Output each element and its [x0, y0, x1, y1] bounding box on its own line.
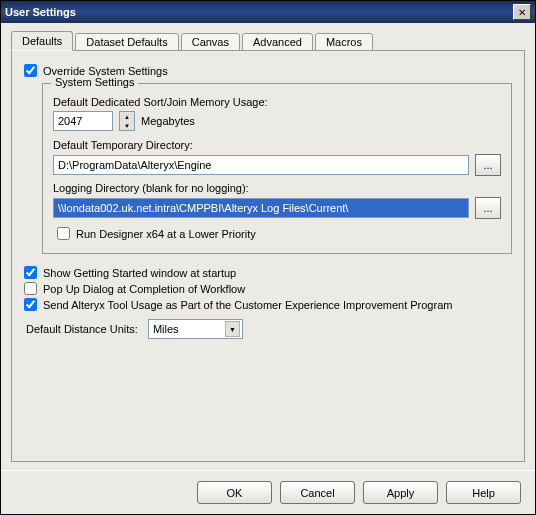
tab-defaults[interactable]: Defaults — [11, 31, 73, 51]
cancel-button[interactable]: Cancel — [280, 481, 355, 504]
temp-dir-input[interactable] — [53, 155, 469, 175]
spinner-down-icon[interactable]: ▼ — [120, 121, 134, 130]
memory-usage-row: ▲ ▼ Megabytes — [53, 111, 501, 131]
window: User Settings ✕ Defaults Dataset Default… — [0, 0, 536, 515]
tab-macros[interactable]: Macros — [315, 33, 373, 51]
tab-advanced[interactable]: Advanced — [242, 33, 313, 51]
system-settings-legend: System Settings — [51, 76, 138, 88]
distance-units-label: Default Distance Units: — [26, 323, 138, 335]
popup-completion-checkbox[interactable] — [24, 282, 37, 295]
distance-units-row: Default Distance Units: Miles ▼ — [26, 319, 512, 339]
send-usage-checkbox[interactable] — [24, 298, 37, 311]
window-title: User Settings — [5, 6, 513, 18]
show-getting-started-checkbox[interactable] — [24, 266, 37, 279]
popup-completion-label: Pop Up Dialog at Completion of Workflow — [43, 283, 245, 295]
memory-usage-spinner[interactable]: ▲ ▼ — [119, 111, 135, 131]
distance-units-value: Miles — [153, 323, 225, 335]
send-usage-label: Send Alteryx Tool Usage as Part of the C… — [43, 299, 452, 311]
dialog-buttons: OK Cancel Apply Help — [1, 470, 535, 514]
memory-usage-input[interactable] — [53, 111, 113, 131]
lower-priority-checkbox[interactable] — [57, 227, 70, 240]
lower-priority-row[interactable]: Run Designer x64 at a Lower Priority — [57, 227, 501, 240]
show-getting-started-label: Show Getting Started window at startup — [43, 267, 236, 279]
logging-dir-input[interactable] — [53, 198, 469, 218]
spinner-up-icon[interactable]: ▲ — [120, 112, 134, 121]
tab-canvas[interactable]: Canvas — [181, 33, 240, 51]
ok-button[interactable]: OK — [197, 481, 272, 504]
tab-dataset-defaults[interactable]: Dataset Defaults — [75, 33, 178, 51]
logging-dir-label: Logging Directory (blank for no logging)… — [53, 182, 501, 194]
tab-panel-defaults: Override System Settings System Settings… — [11, 50, 525, 462]
apply-button[interactable]: Apply — [363, 481, 438, 504]
popup-completion-row[interactable]: Pop Up Dialog at Completion of Workflow — [24, 282, 512, 295]
override-system-settings-checkbox[interactable] — [24, 64, 37, 77]
close-icon[interactable]: ✕ — [513, 4, 531, 20]
tab-strip: Defaults Dataset Defaults Canvas Advance… — [11, 31, 525, 51]
memory-usage-unit: Megabytes — [141, 115, 195, 127]
temp-dir-label: Default Temporary Directory: — [53, 139, 501, 151]
logging-dir-row: ... — [53, 197, 501, 219]
temp-dir-row: ... — [53, 154, 501, 176]
show-getting-started-row[interactable]: Show Getting Started window at startup — [24, 266, 512, 279]
titlebar: User Settings ✕ — [1, 1, 535, 23]
logging-dir-browse-button[interactable]: ... — [475, 197, 501, 219]
memory-usage-label: Default Dedicated Sort/Join Memory Usage… — [53, 96, 501, 108]
client-area: Defaults Dataset Defaults Canvas Advance… — [1, 23, 535, 470]
chevron-down-icon[interactable]: ▼ — [225, 321, 240, 337]
help-button[interactable]: Help — [446, 481, 521, 504]
send-usage-row[interactable]: Send Alteryx Tool Usage as Part of the C… — [24, 298, 512, 311]
system-settings-group: System Settings Default Dedicated Sort/J… — [42, 83, 512, 254]
override-system-settings-label: Override System Settings — [43, 65, 168, 77]
temp-dir-browse-button[interactable]: ... — [475, 154, 501, 176]
distance-units-dropdown[interactable]: Miles ▼ — [148, 319, 243, 339]
lower-priority-label: Run Designer x64 at a Lower Priority — [76, 228, 256, 240]
